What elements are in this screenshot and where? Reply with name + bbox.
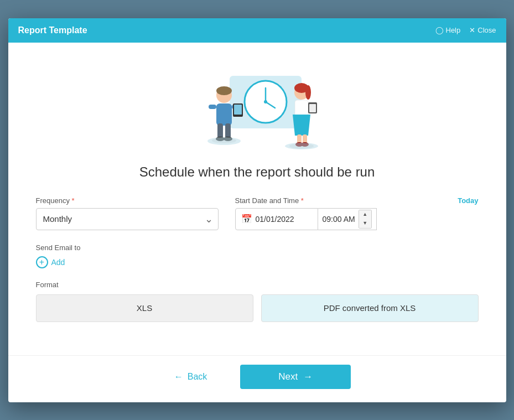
dt-required-marker: * — [299, 196, 304, 205]
close-button[interactable]: ✕ Close — [469, 26, 496, 34]
close-icon: ✕ — [469, 26, 475, 34]
send-email-section: Send Email to + Add — [36, 243, 479, 268]
svg-rect-6 — [216, 103, 232, 126]
format-buttons: XLS PDF converted from XLS — [36, 294, 479, 322]
back-button[interactable]: ← Back — [163, 367, 219, 386]
frequency-select[interactable]: Daily Weekly Monthly Quarterly Yearly — [36, 208, 219, 230]
add-email-label: Add — [51, 258, 65, 267]
format-xls-button[interactable]: XLS — [36, 294, 253, 322]
illustration-svg — [180, 59, 335, 153]
freq-required-marker: * — [70, 196, 75, 205]
format-section: Format XLS PDF converted from XLS — [36, 281, 479, 322]
svg-rect-9 — [209, 105, 216, 109]
svg-point-18 — [305, 85, 311, 100]
back-label: Back — [188, 372, 207, 382]
svg-rect-7 — [217, 123, 223, 139]
svg-point-15 — [216, 86, 232, 95]
time-up-button[interactable]: ▲ — [359, 210, 371, 219]
help-icon: ◯ — [435, 26, 444, 34]
modal-header: Report Template ◯ Help ✕ Close — [8, 18, 506, 43]
header-actions: ◯ Help ✕ Close — [435, 26, 496, 34]
svg-point-28 — [207, 137, 241, 145]
format-pdf-button[interactable]: PDF converted from XLS — [261, 294, 479, 322]
datetime-group: Start Date and Time * Today 📅 01/01/2022… — [235, 196, 479, 230]
svg-point-4 — [264, 100, 267, 103]
frequency-select-wrapper: Daily Weekly Monthly Quarterly Yearly ⌄ — [36, 208, 219, 230]
illustration — [36, 54, 479, 153]
modal-body: Schedule when the report should be run F… — [8, 43, 506, 355]
time-spinner: ▲ ▼ — [359, 210, 372, 229]
help-button[interactable]: ◯ Help — [435, 26, 461, 34]
svg-rect-12 — [234, 105, 242, 115]
modal-overlay: Report Template ◯ Help ✕ Close — [0, 0, 514, 420]
add-email-icon: + — [36, 256, 48, 268]
time-down-button[interactable]: ▼ — [359, 219, 371, 228]
modal-title: Report Template — [18, 25, 87, 35]
add-email-button[interactable]: + Add — [36, 256, 65, 268]
frequency-group: Frequency * Daily Weekly Monthly Quarter… — [36, 196, 219, 230]
date-value: 01/01/2022 — [256, 215, 294, 224]
datetime-label: Start Date and Time * — [235, 196, 304, 205]
section-title: Schedule when the report should be run — [36, 164, 479, 180]
report-template-modal: Report Template ◯ Help ✕ Close — [8, 18, 506, 402]
modal-footer: ← Back Next → — [8, 355, 506, 402]
time-value: 09:00 AM — [323, 215, 355, 224]
calendar-icon: 📅 — [241, 214, 252, 224]
back-arrow-icon: ← — [174, 372, 183, 382]
svg-rect-19 — [295, 100, 308, 117]
today-link[interactable]: Today — [458, 196, 478, 205]
date-input-wrapper[interactable]: 📅 01/01/2022 — [235, 208, 318, 230]
svg-rect-8 — [225, 123, 231, 139]
next-label: Next — [278, 371, 298, 382]
datetime-inputs: 📅 01/01/2022 09:00 AM ▲ ▼ — [235, 208, 479, 230]
svg-point-29 — [285, 143, 318, 149]
format-label: Format — [36, 281, 479, 289]
svg-rect-25 — [309, 104, 316, 112]
datetime-label-row: Start Date and Time * Today — [235, 196, 479, 205]
next-button[interactable]: Next → — [240, 365, 351, 389]
form-row-main: Frequency * Daily Weekly Monthly Quarter… — [36, 196, 479, 230]
next-arrow-icon: → — [303, 371, 313, 382]
time-input-wrapper[interactable]: 09:00 AM ▲ ▼ — [318, 208, 377, 230]
send-email-label: Send Email to — [36, 243, 479, 252]
frequency-label: Frequency * — [36, 196, 219, 205]
